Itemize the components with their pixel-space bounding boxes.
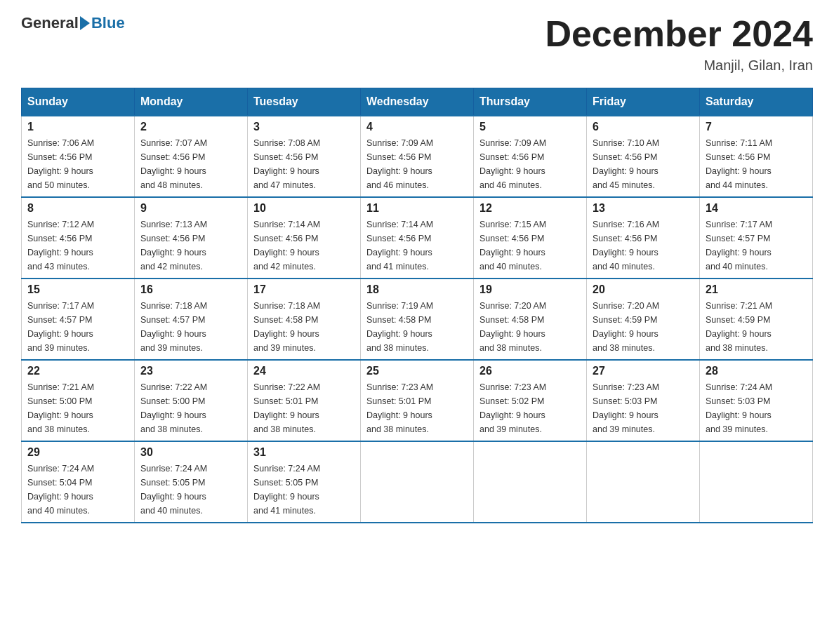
calendar-cell: 17 Sunrise: 7:18 AM Sunset: 4:58 PM Dayl… [248, 279, 361, 360]
calendar-cell: 12 Sunrise: 7:15 AM Sunset: 4:56 PM Dayl… [474, 197, 587, 279]
day-number: 2 [140, 121, 241, 133]
day-number: 30 [140, 446, 241, 459]
calendar-week-3: 15 Sunrise: 7:17 AM Sunset: 4:57 PM Dayl… [22, 279, 813, 360]
calendar-cell: 5 Sunrise: 7:09 AM Sunset: 4:56 PM Dayli… [474, 116, 587, 197]
day-info: Sunrise: 7:06 AM Sunset: 4:56 PM Dayligh… [27, 136, 128, 192]
weekday-header-sunday: Sunday [22, 88, 135, 116]
calendar-cell: 21 Sunrise: 7:21 AM Sunset: 4:59 PM Dayl… [700, 279, 813, 360]
day-info: Sunrise: 7:17 AM Sunset: 4:57 PM Dayligh… [706, 217, 807, 274]
calendar-cell: 27 Sunrise: 7:23 AM Sunset: 5:03 PM Dayl… [587, 360, 700, 441]
day-number: 8 [27, 202, 128, 215]
calendar-cell: 1 Sunrise: 7:06 AM Sunset: 4:56 PM Dayli… [22, 116, 135, 197]
day-number: 6 [593, 121, 694, 133]
day-info: Sunrise: 7:20 AM Sunset: 4:58 PM Dayligh… [479, 299, 581, 355]
day-number: 31 [253, 446, 355, 459]
logo-arrow-icon [80, 16, 90, 30]
day-number: 11 [366, 202, 468, 215]
day-info: Sunrise: 7:11 AM Sunset: 4:56 PM Dayligh… [706, 136, 807, 192]
calendar-cell: 16 Sunrise: 7:18 AM Sunset: 4:57 PM Dayl… [135, 279, 248, 360]
day-number: 19 [479, 283, 581, 296]
calendar-week-4: 22 Sunrise: 7:21 AM Sunset: 5:00 PM Dayl… [22, 360, 813, 441]
calendar-cell: 31 Sunrise: 7:24 AM Sunset: 5:05 PM Dayl… [248, 441, 361, 523]
day-info: Sunrise: 7:15 AM Sunset: 4:56 PM Dayligh… [479, 217, 581, 274]
logo: General Blue [21, 14, 125, 32]
weekday-header-saturday: Saturday [700, 88, 813, 116]
day-number: 21 [706, 283, 807, 296]
calendar-cell: 20 Sunrise: 7:20 AM Sunset: 4:59 PM Dayl… [587, 279, 700, 360]
day-number: 23 [140, 365, 241, 377]
day-info: Sunrise: 7:22 AM Sunset: 5:01 PM Dayligh… [253, 380, 355, 436]
calendar-cell [361, 441, 474, 523]
calendar-week-2: 8 Sunrise: 7:12 AM Sunset: 4:56 PM Dayli… [22, 197, 813, 279]
calendar-cell: 19 Sunrise: 7:20 AM Sunset: 4:58 PM Dayl… [474, 279, 587, 360]
day-number: 28 [706, 365, 807, 377]
day-info: Sunrise: 7:14 AM Sunset: 4:56 PM Dayligh… [253, 217, 355, 274]
day-number: 24 [253, 365, 355, 377]
calendar-cell: 8 Sunrise: 7:12 AM Sunset: 4:56 PM Dayli… [22, 197, 135, 279]
day-info: Sunrise: 7:20 AM Sunset: 4:59 PM Dayligh… [593, 299, 694, 355]
day-number: 29 [27, 446, 128, 459]
calendar-cell: 18 Sunrise: 7:19 AM Sunset: 4:58 PM Dayl… [361, 279, 474, 360]
calendar-cell: 13 Sunrise: 7:16 AM Sunset: 4:56 PM Dayl… [587, 197, 700, 279]
calendar-cell: 9 Sunrise: 7:13 AM Sunset: 4:56 PM Dayli… [135, 197, 248, 279]
page-header: General Blue December 2024 Manjil, Gilan… [21, 14, 813, 74]
calendar-cell [700, 441, 813, 523]
calendar-cell: 7 Sunrise: 7:11 AM Sunset: 4:56 PM Dayli… [700, 116, 813, 197]
day-info: Sunrise: 7:22 AM Sunset: 5:00 PM Dayligh… [140, 380, 241, 436]
day-number: 22 [27, 365, 128, 377]
logo-blue: Blue [91, 14, 125, 32]
day-info: Sunrise: 7:23 AM Sunset: 5:02 PM Dayligh… [479, 380, 581, 436]
day-number: 3 [253, 121, 355, 133]
calendar-cell: 26 Sunrise: 7:23 AM Sunset: 5:02 PM Dayl… [474, 360, 587, 441]
day-info: Sunrise: 7:12 AM Sunset: 4:56 PM Dayligh… [27, 217, 128, 274]
day-info: Sunrise: 7:09 AM Sunset: 4:56 PM Dayligh… [366, 136, 468, 192]
day-number: 1 [27, 121, 128, 133]
calendar-cell: 23 Sunrise: 7:22 AM Sunset: 5:00 PM Dayl… [135, 360, 248, 441]
calendar-cell [474, 441, 587, 523]
day-number: 26 [479, 365, 581, 377]
calendar-cell: 3 Sunrise: 7:08 AM Sunset: 4:56 PM Dayli… [248, 116, 361, 197]
logo-general: General [21, 14, 79, 32]
day-info: Sunrise: 7:23 AM Sunset: 5:03 PM Dayligh… [593, 380, 694, 436]
day-number: 4 [366, 121, 468, 133]
day-info: Sunrise: 7:24 AM Sunset: 5:03 PM Dayligh… [706, 380, 807, 436]
day-number: 18 [366, 283, 468, 296]
month-title: December 2024 [545, 14, 813, 54]
day-number: 10 [253, 202, 355, 215]
day-number: 16 [140, 283, 241, 296]
calendar-week-5: 29 Sunrise: 7:24 AM Sunset: 5:04 PM Dayl… [22, 441, 813, 523]
calendar-cell: 10 Sunrise: 7:14 AM Sunset: 4:56 PM Dayl… [248, 197, 361, 279]
day-number: 25 [366, 365, 468, 377]
day-info: Sunrise: 7:24 AM Sunset: 5:05 PM Dayligh… [253, 462, 355, 518]
calendar-cell: 11 Sunrise: 7:14 AM Sunset: 4:56 PM Dayl… [361, 197, 474, 279]
weekday-header-thursday: Thursday [474, 88, 587, 116]
weekday-header-tuesday: Tuesday [248, 88, 361, 116]
calendar-cell: 25 Sunrise: 7:23 AM Sunset: 5:01 PM Dayl… [361, 360, 474, 441]
day-info: Sunrise: 7:18 AM Sunset: 4:58 PM Dayligh… [253, 299, 355, 355]
calendar-week-1: 1 Sunrise: 7:06 AM Sunset: 4:56 PM Dayli… [22, 116, 813, 197]
calendar-cell: 28 Sunrise: 7:24 AM Sunset: 5:03 PM Dayl… [700, 360, 813, 441]
weekday-header-row: SundayMondayTuesdayWednesdayThursdayFrid… [22, 88, 813, 116]
calendar-cell: 24 Sunrise: 7:22 AM Sunset: 5:01 PM Dayl… [248, 360, 361, 441]
day-number: 20 [593, 283, 694, 296]
calendar-cell: 30 Sunrise: 7:24 AM Sunset: 5:05 PM Dayl… [135, 441, 248, 523]
day-info: Sunrise: 7:24 AM Sunset: 5:04 PM Dayligh… [27, 462, 128, 518]
day-info: Sunrise: 7:24 AM Sunset: 5:05 PM Dayligh… [140, 462, 241, 518]
day-number: 5 [479, 121, 581, 133]
day-info: Sunrise: 7:07 AM Sunset: 4:56 PM Dayligh… [140, 136, 241, 192]
day-info: Sunrise: 7:08 AM Sunset: 4:56 PM Dayligh… [253, 136, 355, 192]
day-info: Sunrise: 7:18 AM Sunset: 4:57 PM Dayligh… [140, 299, 241, 355]
calendar-cell: 6 Sunrise: 7:10 AM Sunset: 4:56 PM Dayli… [587, 116, 700, 197]
day-number: 13 [593, 202, 694, 215]
calendar-cell: 2 Sunrise: 7:07 AM Sunset: 4:56 PM Dayli… [135, 116, 248, 197]
weekday-header-friday: Friday [587, 88, 700, 116]
day-info: Sunrise: 7:09 AM Sunset: 4:56 PM Dayligh… [479, 136, 581, 192]
day-number: 15 [27, 283, 128, 296]
weekday-header-wednesday: Wednesday [361, 88, 474, 116]
day-info: Sunrise: 7:16 AM Sunset: 4:56 PM Dayligh… [593, 217, 694, 274]
day-info: Sunrise: 7:10 AM Sunset: 4:56 PM Dayligh… [593, 136, 694, 192]
weekday-header-monday: Monday [135, 88, 248, 116]
day-number: 27 [593, 365, 694, 377]
calendar-cell: 14 Sunrise: 7:17 AM Sunset: 4:57 PM Dayl… [700, 197, 813, 279]
day-number: 17 [253, 283, 355, 296]
